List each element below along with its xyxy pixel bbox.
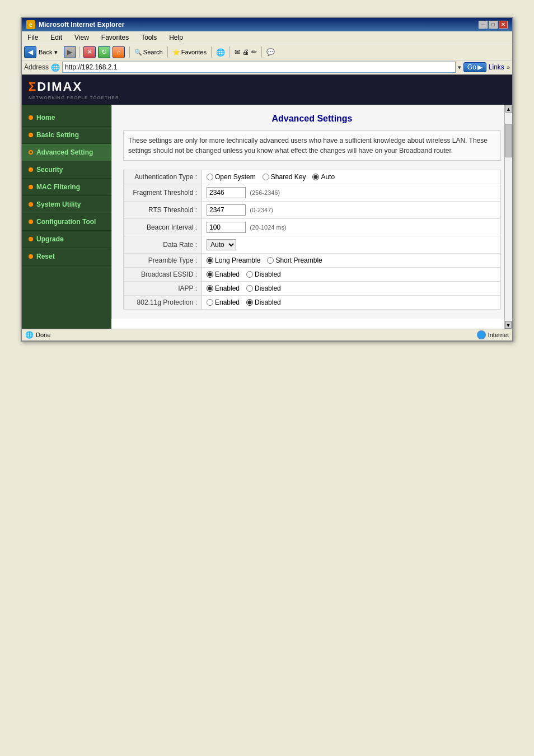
radio-iapp-enabled[interactable] xyxy=(207,285,213,292)
search-icon: 🔍 xyxy=(134,49,142,56)
sidebar-item-basic-setting[interactable]: Basic Setting xyxy=(22,127,111,144)
menu-help[interactable]: Help xyxy=(166,32,186,43)
back-button[interactable]: ◀ xyxy=(24,46,36,58)
input-rts-threshold[interactable] xyxy=(207,204,246,216)
home-button[interactable]: ⌂ xyxy=(113,46,125,58)
radio-option-long-preamble[interactable]: Long Preamble xyxy=(207,256,260,264)
radio-802-disabled[interactable] xyxy=(246,299,253,306)
select-data-rate[interactable]: Auto 1M 2M 5.5M 11M xyxy=(207,239,236,250)
toolbar-separator-5 xyxy=(229,46,230,58)
go-arrow-icon: ▶ xyxy=(477,63,483,71)
forward-button[interactable]: ▶ xyxy=(64,46,76,58)
sidebar-label-security: Security xyxy=(36,166,63,174)
radio-label-shared-key: Shared Key xyxy=(271,173,306,181)
sidebar-item-reset[interactable]: Reset xyxy=(22,248,111,265)
sidebar-item-home[interactable]: Home xyxy=(22,109,111,127)
status-text: Done xyxy=(36,332,50,338)
radio-option-open-system[interactable]: Open System xyxy=(207,173,256,181)
radio-shared-key[interactable] xyxy=(263,174,269,180)
label-preamble-type: Preamble Type : xyxy=(124,254,202,268)
mail-button[interactable]: ✉ xyxy=(235,48,240,56)
radio-option-iapp-disabled[interactable]: Disabled xyxy=(246,284,281,292)
back-label[interactable]: Back ▾ xyxy=(39,49,58,56)
radio-short-preamble[interactable] xyxy=(267,257,274,264)
radio-label-802-disabled: Disabled xyxy=(255,298,281,306)
menu-file[interactable]: File xyxy=(24,32,41,43)
status-right: 🌐 Internet xyxy=(477,330,509,339)
links-arrow[interactable]: » xyxy=(507,64,510,71)
radio-auto[interactable] xyxy=(312,174,319,180)
sidebar-item-advanced-setting[interactable]: Advanced Setting xyxy=(22,144,111,161)
label-rts-threshold: RTS Threshold : xyxy=(124,202,202,219)
dropdown-arrow[interactable]: ▾ xyxy=(458,64,461,71)
radio-option-802-disabled[interactable]: Disabled xyxy=(246,298,281,306)
scrollbar[interactable]: ▲ ▼ xyxy=(504,105,512,329)
label-broadcast-essid: Broadcast ESSID : xyxy=(124,268,202,282)
sidebar-item-configuration-tool[interactable]: Configuration Tool xyxy=(22,213,111,231)
edit-button[interactable]: ✏ xyxy=(251,48,257,56)
hint-beacon-interval: (20-1024 ms) xyxy=(250,224,286,231)
title-bar: e Microsoft Internet Explorer ─ □ ✕ xyxy=(22,18,512,31)
table-row-preamble-type: Preamble Type : Long Preamble xyxy=(124,254,501,268)
go-button[interactable]: Go ▶ xyxy=(463,62,486,72)
radio-option-short-preamble[interactable]: Short Preamble xyxy=(267,256,322,264)
window-title: Microsoft Internet Explorer xyxy=(39,21,124,29)
address-input[interactable] xyxy=(62,62,456,73)
menu-edit[interactable]: Edit xyxy=(47,32,65,43)
value-broadcast-essid: Enabled Disabled xyxy=(202,268,501,282)
radio-option-shared-key[interactable]: Shared Key xyxy=(263,173,306,181)
radio-essid-disabled[interactable] xyxy=(246,271,253,278)
scrollbar-thumb[interactable] xyxy=(505,124,512,157)
radio-label-long-preamble: Long Preamble xyxy=(215,256,260,264)
radio-group-broadcast-essid: Enabled Disabled xyxy=(207,270,496,278)
radio-essid-enabled[interactable] xyxy=(207,271,213,278)
scrollbar-down-button[interactable]: ▼ xyxy=(505,321,512,329)
sidebar-item-mac-filtering[interactable]: MAC Filtering xyxy=(22,179,111,196)
sidebar-item-security[interactable]: Security xyxy=(22,161,111,179)
radio-option-iapp-enabled[interactable]: Enabled xyxy=(207,284,240,292)
minimize-button[interactable]: ─ xyxy=(479,21,488,29)
scrollbar-up-button[interactable]: ▲ xyxy=(505,105,512,113)
brand-tagline: NETWORKING PEOPLE TOGETHER xyxy=(29,95,119,100)
radio-long-preamble[interactable] xyxy=(207,257,213,264)
media-button[interactable]: 🌐 xyxy=(216,48,225,57)
radio-option-802-enabled[interactable]: Enabled xyxy=(207,298,240,306)
radio-option-auto[interactable]: Auto xyxy=(312,173,335,181)
radio-802-enabled[interactable] xyxy=(207,299,213,306)
hint-fragment-threshold: (256-2346) xyxy=(250,189,280,196)
bullet-home xyxy=(29,115,33,120)
toolbar: ◀ Back ▾ ▶ ✕ ↻ ⌂ 🔍 Search ⭐ Favorites 🌐 … xyxy=(22,44,512,60)
close-button[interactable]: ✕ xyxy=(499,21,508,29)
search-button[interactable]: 🔍 Search xyxy=(134,49,163,56)
maximize-button[interactable]: □ xyxy=(489,21,498,29)
label-802-11g-protection: 802.11g Protection : xyxy=(124,296,202,310)
radio-option-essid-disabled[interactable]: Disabled xyxy=(246,270,281,278)
print-button[interactable]: 🖨 xyxy=(242,48,249,56)
menu-tools[interactable]: Tools xyxy=(138,32,160,43)
sidebar-item-system-utility[interactable]: System Utility xyxy=(22,196,111,213)
favorites-button[interactable]: ⭐ Favorites xyxy=(172,49,207,56)
menu-view[interactable]: View xyxy=(71,32,92,43)
table-row-fragment-threshold: Fragment Threshold : (256-2346) xyxy=(124,184,501,202)
menu-favorites[interactable]: Favorites xyxy=(98,32,132,43)
input-beacon-interval[interactable] xyxy=(207,222,246,233)
input-fragment-threshold[interactable] xyxy=(207,187,246,198)
status-bar: 🌐 Done 🌐 Internet xyxy=(22,329,512,340)
radio-label-open-system: Open System xyxy=(215,173,256,181)
msn-button[interactable]: 💬 xyxy=(266,48,275,56)
sidebar-item-upgrade[interactable]: Upgrade xyxy=(22,231,111,248)
toolbar-separator-1 xyxy=(79,46,80,58)
table-row-data-rate: Data Rate : Auto 1M 2M 5.5M 11M xyxy=(124,236,501,254)
brand-logo: ΣDIMAX xyxy=(29,80,119,94)
links-button[interactable]: Links xyxy=(489,63,504,71)
refresh-button[interactable]: ↻ xyxy=(98,46,110,58)
toolbar-separator-6 xyxy=(261,46,262,58)
radio-option-essid-enabled[interactable]: Enabled xyxy=(207,270,240,278)
bullet-reset xyxy=(29,254,33,259)
page-icon: 🌐 xyxy=(51,63,60,72)
internet-icon: 🌐 xyxy=(477,330,486,339)
radio-iapp-disabled[interactable] xyxy=(246,285,253,292)
radio-open-system[interactable] xyxy=(207,174,213,180)
table-row-beacon-interval: Beacon Interval : (20-1024 ms) xyxy=(124,219,501,236)
stop-button[interactable]: ✕ xyxy=(83,46,96,58)
